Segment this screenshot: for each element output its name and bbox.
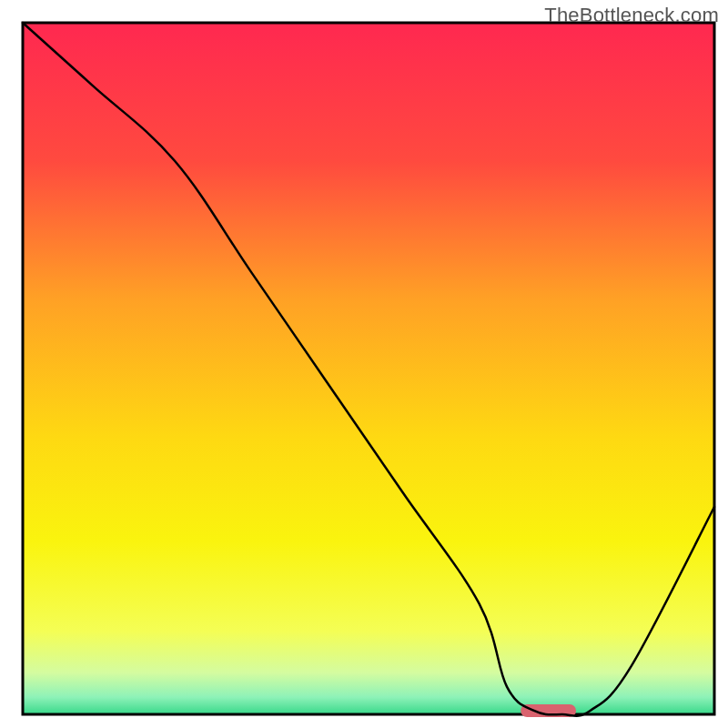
bottleneck-chart: TheBottleneck.com — [0, 0, 728, 728]
watermark-text: TheBottleneck.com — [544, 4, 719, 27]
chart-svg — [0, 0, 728, 728]
plot-background — [23, 23, 714, 714]
